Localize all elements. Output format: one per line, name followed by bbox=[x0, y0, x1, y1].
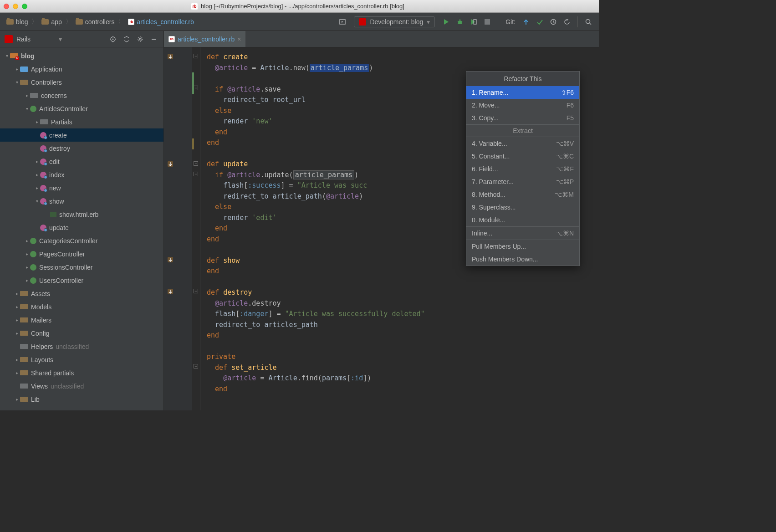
override-marker-icon[interactable] bbox=[167, 53, 175, 61]
debug-button[interactable] bbox=[454, 16, 466, 28]
popup-menu-item[interactable]: 2. Move...F6 bbox=[466, 99, 579, 112]
zoom-window-button[interactable] bbox=[22, 4, 27, 9]
vcs-revert-button[interactable] bbox=[561, 16, 573, 28]
tree-expand-icon[interactable]: ▸ bbox=[24, 278, 30, 283]
tree-row[interactable]: ▸Lib bbox=[0, 393, 163, 406]
tree-row[interactable]: ▸Viewsunclassified bbox=[0, 379, 163, 393]
hide-button[interactable] bbox=[149, 34, 159, 44]
tree-row[interactable]: ▾Controllers bbox=[0, 76, 163, 89]
tree-row[interactable]: ▸Layouts bbox=[0, 353, 163, 366]
tree-expand-icon[interactable]: ▾ bbox=[34, 199, 40, 204]
tree-expand-icon[interactable]: ▸ bbox=[14, 397, 20, 402]
tree-expand-icon[interactable]: ▾ bbox=[4, 53, 10, 58]
tree-expand-icon[interactable]: ▸ bbox=[24, 93, 30, 98]
code-line[interactable]: flash[:danger] = "Article was successful… bbox=[207, 309, 599, 320]
tree-expand-icon[interactable]: ▸ bbox=[24, 251, 30, 256]
tree-expand-icon[interactable]: ▸ bbox=[34, 172, 40, 177]
breadcrumb-item[interactable]: app bbox=[40, 17, 63, 26]
tree-expand-icon[interactable]: ▸ bbox=[14, 66, 20, 72]
tree-row[interactable]: ▸SessionsController bbox=[0, 261, 163, 274]
tree-row[interactable]: ▸Partials bbox=[0, 115, 163, 128]
code-line[interactable] bbox=[207, 394, 599, 405]
popup-menu-item[interactable]: Inline...⌥⌘N bbox=[466, 227, 579, 240]
search-everywhere-button[interactable] bbox=[582, 16, 594, 28]
tree-expand-icon[interactable]: ▾ bbox=[24, 106, 30, 111]
code-line[interactable]: def create bbox=[207, 52, 599, 63]
rails-project-tree[interactable]: ▾blog▸Application▾Controllers▸concerns▾A… bbox=[0, 47, 164, 410]
tree-row[interactable]: ▸update bbox=[0, 221, 163, 234]
tree-row[interactable]: ▸Application bbox=[0, 62, 163, 76]
code-line[interactable]: end bbox=[207, 266, 599, 277]
tree-row[interactable]: ▸edit bbox=[0, 155, 163, 168]
fold-toggle[interactable]: − bbox=[194, 364, 198, 368]
popup-menu-item[interactable]: 4. Variable...⌥⌘V bbox=[466, 137, 579, 150]
tree-row[interactable]: ▸Helpersunclassified bbox=[0, 340, 163, 353]
code-line[interactable]: @article = Article.find(params[:id]) bbox=[207, 373, 599, 384]
tree-expand-icon[interactable]: ▸ bbox=[34, 119, 40, 124]
code-editor[interactable]: − − − − − − def create @article = Articl… bbox=[164, 47, 599, 410]
popup-menu-item[interactable]: 9. Superclass... bbox=[466, 201, 579, 214]
tree-row[interactable]: ▸PagesController bbox=[0, 247, 163, 261]
chevron-down-icon[interactable]: ▾ bbox=[59, 36, 62, 43]
tree-row[interactable]: ▸UsersController bbox=[0, 274, 163, 287]
tree-expand-icon[interactable]: ▸ bbox=[34, 159, 40, 164]
close-tab-button[interactable]: × bbox=[237, 36, 241, 43]
tree-row[interactable]: ▾blog bbox=[0, 49, 163, 62]
run-button[interactable] bbox=[440, 16, 452, 28]
close-window-button[interactable] bbox=[4, 4, 9, 9]
tree-row[interactable]: ▸Shared partials bbox=[0, 366, 163, 379]
code-line[interactable]: end bbox=[207, 384, 599, 395]
tree-row[interactable]: ▾show bbox=[0, 194, 163, 208]
vcs-update-button[interactable] bbox=[520, 16, 532, 28]
tree-row[interactable]: ▸create bbox=[0, 128, 163, 142]
tree-expand-icon[interactable]: ▸ bbox=[24, 265, 30, 270]
code-line[interactable]: redirect_to articles_path bbox=[207, 320, 599, 331]
tree-expand-icon[interactable]: ▾ bbox=[14, 80, 20, 85]
tree-row[interactable]: ▸CategoriesController bbox=[0, 234, 163, 247]
run-configuration-select[interactable]: Development: blog ▾ bbox=[354, 16, 435, 27]
code-line[interactable]: @article.destroy bbox=[207, 298, 599, 309]
code-line[interactable]: end bbox=[207, 330, 599, 341]
override-marker-icon[interactable] bbox=[167, 288, 175, 296]
tree-row[interactable]: ▸concerns bbox=[0, 89, 163, 102]
override-marker-icon[interactable] bbox=[167, 160, 175, 169]
tree-row[interactable]: ▾ArticlesController bbox=[0, 102, 163, 115]
tree-expand-icon[interactable]: ▸ bbox=[24, 238, 30, 243]
tree-row[interactable]: ▸Mailers bbox=[0, 313, 163, 327]
tree-row[interactable]: ▸Assets bbox=[0, 287, 163, 300]
breadcrumb-item[interactable]: blog bbox=[5, 17, 30, 26]
tree-expand-icon[interactable]: ▸ bbox=[14, 370, 20, 375]
tree-expand-icon[interactable]: ▸ bbox=[34, 185, 40, 190]
popup-menu-item[interactable]: 1. Rename...⇧F6 bbox=[466, 86, 579, 99]
run-coverage-button[interactable] bbox=[468, 16, 480, 28]
popup-menu-item[interactable]: 0. Module... bbox=[466, 214, 579, 226]
fold-toggle[interactable]: − bbox=[194, 172, 198, 176]
popup-menu-item[interactable]: 7. Parameter...⌥⌘P bbox=[466, 175, 579, 188]
vcs-commit-button[interactable] bbox=[534, 16, 546, 28]
settings-button[interactable] bbox=[135, 34, 145, 44]
locate-button[interactable] bbox=[108, 34, 118, 44]
code-line[interactable]: private bbox=[207, 352, 599, 363]
popup-menu-item[interactable]: 8. Method...⌥⌘M bbox=[466, 188, 579, 201]
tree-row[interactable]: ▸show.html.erb bbox=[0, 208, 163, 221]
code-line[interactable]: def set_article bbox=[207, 363, 599, 373]
tree-expand-icon[interactable]: ▸ bbox=[14, 291, 20, 296]
tree-row[interactable]: ▸index bbox=[0, 168, 163, 181]
tree-expand-icon[interactable]: ▸ bbox=[14, 331, 20, 336]
stop-button[interactable] bbox=[481, 16, 493, 28]
fold-toggle[interactable]: − bbox=[194, 289, 198, 293]
fold-toggle[interactable]: − bbox=[194, 161, 198, 166]
editor-tab[interactable]: rb articles_controller.rb × bbox=[164, 31, 245, 47]
build-button[interactable] bbox=[337, 16, 348, 28]
minimize-window-button[interactable] bbox=[13, 4, 18, 9]
popup-menu-item[interactable]: Push Members Down... bbox=[466, 253, 579, 266]
tree-row[interactable]: ▸Models bbox=[0, 300, 163, 313]
override-marker-icon[interactable] bbox=[167, 256, 175, 264]
popup-menu-item[interactable]: 5. Constant...⌥⌘C bbox=[466, 150, 579, 163]
breadcrumb-item[interactable]: rbarticles_controller.rb bbox=[126, 17, 195, 26]
tree-expand-icon[interactable]: ▸ bbox=[14, 317, 20, 322]
tree-expand-icon[interactable]: ▸ bbox=[14, 357, 20, 362]
breadcrumb-item[interactable]: controllers bbox=[74, 17, 117, 26]
tree-expand-icon[interactable]: ▸ bbox=[14, 304, 20, 309]
code-line[interactable] bbox=[207, 277, 599, 288]
